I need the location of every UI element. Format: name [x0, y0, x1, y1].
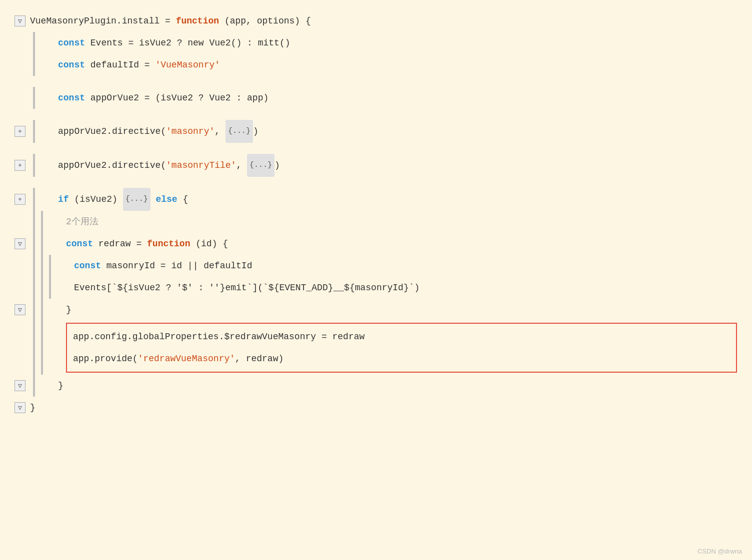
line-14-text: } — [38, 375, 64, 397]
normal-text: , — [214, 120, 226, 142]
line-3-text: const defaultId = 'VueMasonry' — [38, 54, 220, 76]
normal-text: app.config.globalProperties.$redrawVueMa… — [73, 326, 364, 348]
kw-function: function — [147, 233, 190, 255]
code-line-6: + appOrVue2.directive('masonryTile', {..… — [10, 154, 737, 177]
kw-const: const — [58, 32, 85, 54]
normal-text: redraw = — [93, 233, 147, 255]
normal-text: (id) { — [190, 233, 228, 255]
code-line-7: + if (isVue2) {...} else { — [10, 188, 737, 211]
watermark: CSDN @drwna — [698, 548, 742, 555]
normal-text: VueMasonryPlugin.install = — [30, 10, 176, 32]
line-7-text: if (isVue2) {...} else { — [38, 188, 188, 211]
str-text: 'redrawVueMasonry' — [138, 348, 235, 370]
collapsed-block[interactable]: {...} — [226, 120, 253, 143]
normal-text: ) — [253, 120, 258, 142]
normal-text: } — [58, 375, 64, 397]
line-4-text: const appOrVue2 = (isVue2 ? Vue2 : app) — [38, 87, 268, 109]
fold-icon-1[interactable]: ▽ — [14, 15, 26, 26]
usage-hint: 2个用法 — [66, 211, 98, 233]
line-12-text: app.config.globalProperties.$redrawVueMa… — [73, 326, 730, 348]
kw-else: else — [156, 188, 177, 210]
normal-text: masonryId = id || defaultId — [101, 255, 252, 277]
normal-text: , redraw) — [235, 348, 284, 370]
kw-if: if — [58, 188, 69, 210]
normal-text: appOrVue2.directive( — [58, 120, 166, 142]
code-line-2: const Events = isVue2 ? new Vue2() : mit… — [10, 32, 737, 54]
normal-text: (app, options) { — [219, 10, 311, 32]
code-line-15: ▽ } — [10, 397, 737, 419]
normal-text: } — [30, 397, 36, 419]
normal-text: Events[`${isVue2 ? '$' : ''}emit`](`${EV… — [74, 277, 420, 299]
kw-const: const — [58, 54, 85, 76]
str-text: 'masonryTile' — [166, 154, 236, 176]
code-line-8: ▽ const redraw = function (id) { — [10, 233, 737, 255]
normal-text: app.provide( — [73, 348, 138, 370]
fold-icon-5[interactable]: + — [14, 126, 26, 137]
line-1-text: VueMasonryPlugin.install = function (app… — [30, 10, 311, 32]
highlighted-block: app.config.globalProperties.$redrawVueMa… — [66, 323, 737, 373]
fold-icon-7[interactable]: + — [14, 194, 26, 205]
line-7b-text: 2个用法 — [46, 211, 98, 233]
code-line-5: + appOrVue2.directive('masonry', {...}) — [10, 120, 737, 143]
normal-text: (isVue2) — [69, 188, 123, 210]
normal-text: { — [178, 188, 188, 210]
kw-const: const — [58, 87, 85, 109]
line-10-text: Events[`${isVue2 ? '$' : ''}emit`](`${EV… — [54, 277, 420, 299]
line-8-text: const redraw = function (id) { — [46, 233, 228, 255]
collapsed-block[interactable]: {...} — [123, 188, 150, 211]
line-11-text: } — [46, 299, 72, 321]
normal-text — [150, 188, 156, 210]
normal-text: appOrVue2 = (isVue2 ? Vue2 : app) — [85, 87, 268, 109]
normal-text: } — [66, 299, 72, 321]
line-5-text: appOrVue2.directive('masonry', {...}) — [38, 120, 258, 143]
code-container: ▽ VueMasonryPlugin.install = function (a… — [0, 0, 752, 560]
code-line-14: ▽ } — [10, 375, 737, 397]
code-line-9: const masonryId = id || defaultId — [10, 255, 737, 277]
line-6-text: appOrVue2.directive('masonryTile', {...}… — [38, 154, 280, 177]
fold-icon-15[interactable]: ▽ — [14, 402, 26, 413]
fold-icon-8[interactable]: ▽ — [14, 238, 26, 249]
normal-text: ) — [274, 154, 280, 176]
line-9-text: const masonryId = id || defaultId — [54, 255, 252, 277]
line-13-text: app.provide('redrawVueMasonry', redraw) — [73, 348, 730, 370]
collapsed-block[interactable]: {...} — [247, 154, 274, 177]
normal-text: defaultId = — [85, 54, 155, 76]
code-line-1: ▽ VueMasonryPlugin.install = function (a… — [10, 10, 737, 32]
str-text: 'masonry' — [166, 120, 214, 142]
fold-icon-14[interactable]: ▽ — [14, 380, 26, 391]
kw-function: function — [176, 10, 219, 32]
normal-text: appOrVue2.directive( — [58, 154, 166, 176]
line-2-text: const Events = isVue2 ? new Vue2() : mit… — [38, 32, 290, 54]
code-line-4: const appOrVue2 = (isVue2 ? Vue2 : app) — [10, 87, 737, 109]
fold-gutter-1[interactable]: ▽ — [10, 15, 30, 26]
str-text: 'VueMasonry' — [155, 54, 220, 76]
normal-text: , — [236, 154, 247, 176]
code-line-7b: 2个用法 — [10, 211, 737, 233]
kw-const: const — [66, 233, 93, 255]
kw-const: const — [74, 255, 101, 277]
fold-icon-6[interactable]: + — [14, 160, 26, 171]
code-line-3: const defaultId = 'VueMasonry' — [10, 54, 737, 76]
fold-icon-11[interactable]: ▽ — [14, 304, 26, 315]
code-line-10: Events[`${isVue2 ? '$' : ''}emit`](`${EV… — [10, 277, 737, 299]
code-line-11: ▽ } — [10, 299, 737, 321]
normal-text: Events = isVue2 ? new Vue2() : mitt() — [85, 32, 290, 54]
line-15-text: } — [30, 397, 36, 419]
